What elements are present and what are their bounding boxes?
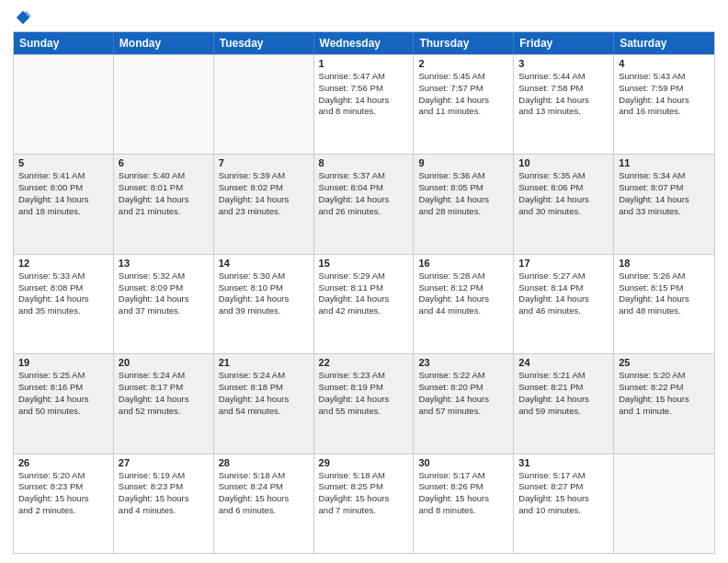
calendar-cell-day: 27Sunrise: 5:19 AM Sunset: 8:23 PM Dayli… [114,454,214,553]
calendar-cell-day: 4Sunrise: 5:43 AM Sunset: 7:59 PM Daylig… [614,55,714,154]
calendar-cell-day: 18Sunrise: 5:26 AM Sunset: 8:15 PM Dayli… [614,255,714,353]
calendar-header-row: SundayMondayTuesdayWednesdayThursdayFrid… [14,32,714,54]
day-info: Sunrise: 5:19 AM Sunset: 8:23 PM Dayligh… [119,470,209,517]
calendar-cell-empty [14,55,114,154]
day-info: Sunrise: 5:24 AM Sunset: 8:18 PM Dayligh… [219,370,309,417]
day-info: Sunrise: 5:17 AM Sunset: 8:26 PM Dayligh… [418,470,508,517]
calendar-cell-day: 19Sunrise: 5:25 AM Sunset: 8:16 PM Dayli… [14,354,114,453]
calendar-header-cell: Sunday [14,32,114,54]
day-number: 30 [418,457,508,468]
day-info: Sunrise: 5:26 AM Sunset: 8:15 PM Dayligh… [619,270,710,317]
calendar-cell-day: 20Sunrise: 5:24 AM Sunset: 8:17 PM Dayli… [114,354,214,453]
day-info: Sunrise: 5:45 AM Sunset: 7:57 PM Dayligh… [418,71,508,118]
day-number: 7 [219,157,309,168]
calendar-cell-day: 28Sunrise: 5:18 AM Sunset: 8:24 PM Dayli… [214,454,314,553]
logo [13,9,31,26]
page: SundayMondayTuesdayWednesdayThursdayFrid… [0,0,728,563]
day-number: 14 [219,258,309,269]
day-number: 23 [418,357,508,368]
day-number: 22 [319,357,409,368]
day-number: 17 [518,258,609,269]
day-info: Sunrise: 5:36 AM Sunset: 8:05 PM Dayligh… [418,170,508,217]
calendar-week-row: 26Sunrise: 5:20 AM Sunset: 8:23 PM Dayli… [14,454,714,553]
day-number: 16 [418,258,508,269]
header [13,9,715,26]
day-number: 31 [518,457,609,468]
calendar-cell-day: 25Sunrise: 5:20 AM Sunset: 8:22 PM Dayli… [614,354,714,453]
day-number: 6 [119,157,209,168]
day-info: Sunrise: 5:21 AM Sunset: 8:21 PM Dayligh… [518,370,609,417]
day-info: Sunrise: 5:30 AM Sunset: 8:10 PM Dayligh… [219,270,309,317]
day-number: 20 [119,357,209,368]
calendar-header-cell: Monday [114,32,214,54]
day-number: 4 [619,58,710,69]
calendar-week-row: 5Sunrise: 5:41 AM Sunset: 8:00 PM Daylig… [14,154,714,253]
day-number: 15 [319,258,409,269]
day-number: 12 [18,258,108,269]
day-info: Sunrise: 5:22 AM Sunset: 8:20 PM Dayligh… [418,370,508,417]
calendar-cell-day: 5Sunrise: 5:41 AM Sunset: 8:00 PM Daylig… [14,155,114,253]
calendar-body: 1Sunrise: 5:47 AM Sunset: 7:56 PM Daylig… [14,54,714,553]
day-number: 1 [319,58,409,69]
calendar-cell-day: 10Sunrise: 5:35 AM Sunset: 8:06 PM Dayli… [514,155,614,253]
day-number: 2 [418,58,508,69]
calendar-cell-day: 9Sunrise: 5:36 AM Sunset: 8:05 PM Daylig… [414,155,514,253]
calendar-week-row: 19Sunrise: 5:25 AM Sunset: 8:16 PM Dayli… [14,353,714,453]
day-number: 25 [619,357,710,368]
day-info: Sunrise: 5:25 AM Sunset: 8:16 PM Dayligh… [18,370,108,417]
calendar-week-row: 12Sunrise: 5:33 AM Sunset: 8:08 PM Dayli… [14,254,714,353]
day-number: 9 [418,157,508,168]
calendar-cell-empty [614,454,714,553]
day-number: 13 [119,258,209,269]
day-number: 21 [219,357,309,368]
day-info: Sunrise: 5:32 AM Sunset: 8:09 PM Dayligh… [119,270,209,317]
calendar-header-cell: Tuesday [214,32,314,54]
day-info: Sunrise: 5:34 AM Sunset: 8:07 PM Dayligh… [619,170,710,217]
day-info: Sunrise: 5:20 AM Sunset: 8:23 PM Dayligh… [18,470,108,517]
day-info: Sunrise: 5:17 AM Sunset: 8:27 PM Dayligh… [518,470,609,517]
calendar-cell-day: 12Sunrise: 5:33 AM Sunset: 8:08 PM Dayli… [14,255,114,353]
calendar-cell-day: 2Sunrise: 5:45 AM Sunset: 7:57 PM Daylig… [414,55,514,154]
calendar-cell-day: 14Sunrise: 5:30 AM Sunset: 8:10 PM Dayli… [214,255,314,353]
calendar-cell-day: 8Sunrise: 5:37 AM Sunset: 8:04 PM Daylig… [314,155,415,253]
day-number: 24 [518,357,609,368]
calendar-cell-day: 21Sunrise: 5:24 AM Sunset: 8:18 PM Dayli… [214,354,314,453]
calendar-cell-day: 13Sunrise: 5:32 AM Sunset: 8:09 PM Dayli… [114,255,214,353]
day-info: Sunrise: 5:28 AM Sunset: 8:12 PM Dayligh… [418,270,508,317]
day-info: Sunrise: 5:18 AM Sunset: 8:25 PM Dayligh… [319,470,409,517]
day-info: Sunrise: 5:37 AM Sunset: 8:04 PM Dayligh… [319,170,409,217]
day-info: Sunrise: 5:33 AM Sunset: 8:08 PM Dayligh… [18,270,108,317]
calendar-cell-day: 17Sunrise: 5:27 AM Sunset: 8:14 PM Dayli… [514,255,614,353]
calendar-cell-day: 24Sunrise: 5:21 AM Sunset: 8:21 PM Dayli… [514,354,614,453]
day-info: Sunrise: 5:39 AM Sunset: 8:02 PM Dayligh… [219,170,309,217]
day-info: Sunrise: 5:18 AM Sunset: 8:24 PM Dayligh… [219,470,309,517]
calendar-cell-day: 1Sunrise: 5:47 AM Sunset: 7:56 PM Daylig… [314,55,415,154]
day-number: 18 [619,258,710,269]
calendar-cell-day: 7Sunrise: 5:39 AM Sunset: 8:02 PM Daylig… [214,155,314,253]
day-info: Sunrise: 5:23 AM Sunset: 8:19 PM Dayligh… [319,370,409,417]
calendar-cell-day: 31Sunrise: 5:17 AM Sunset: 8:27 PM Dayli… [514,454,614,553]
day-number: 8 [319,157,409,168]
day-number: 26 [18,457,108,468]
calendar-cell-empty [114,55,214,154]
day-info: Sunrise: 5:43 AM Sunset: 7:59 PM Dayligh… [619,71,710,118]
day-number: 27 [119,457,209,468]
day-info: Sunrise: 5:35 AM Sunset: 8:06 PM Dayligh… [518,170,609,217]
day-number: 19 [18,357,108,368]
calendar-header-cell: Thursday [414,32,514,54]
day-number: 11 [619,157,710,168]
day-info: Sunrise: 5:27 AM Sunset: 8:14 PM Dayligh… [518,270,609,317]
day-info: Sunrise: 5:20 AM Sunset: 8:22 PM Dayligh… [619,370,710,417]
calendar: SundayMondayTuesdayWednesdayThursdayFrid… [13,31,715,554]
day-info: Sunrise: 5:44 AM Sunset: 7:58 PM Dayligh… [518,71,609,118]
calendar-week-row: 1Sunrise: 5:47 AM Sunset: 7:56 PM Daylig… [14,54,714,154]
calendar-cell-day: 15Sunrise: 5:29 AM Sunset: 8:11 PM Dayli… [314,255,415,353]
logo-icon [15,9,31,26]
calendar-cell-day: 23Sunrise: 5:22 AM Sunset: 8:20 PM Dayli… [414,354,514,453]
day-info: Sunrise: 5:24 AM Sunset: 8:17 PM Dayligh… [119,370,209,417]
day-number: 3 [518,58,609,69]
day-number: 10 [518,157,609,168]
calendar-cell-day: 30Sunrise: 5:17 AM Sunset: 8:26 PM Dayli… [414,454,514,553]
day-number: 28 [219,457,309,468]
logo-text [13,9,31,26]
